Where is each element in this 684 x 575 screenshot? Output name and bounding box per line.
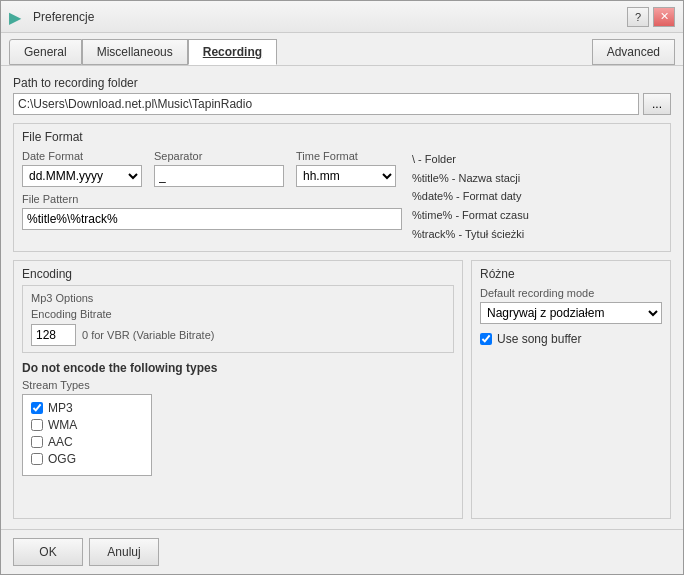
encoding-section: Encoding Mp3 Options Encoding Bitrate 0 …	[13, 260, 463, 519]
ogg-checkbox[interactable]	[31, 453, 43, 465]
tab-miscellaneous[interactable]: Miscellaneous	[82, 39, 188, 65]
separator-label: Separator	[154, 150, 284, 162]
ok-button[interactable]: OK	[13, 538, 83, 566]
song-buffer-row: Use song buffer	[480, 332, 662, 346]
aac-checkbox[interactable]	[31, 436, 43, 448]
date-format-select[interactable]: dd.MMM.yyyy dd.MM.yyyy yyyy-MM-dd	[22, 165, 142, 187]
date-format-label: Date Format	[22, 150, 142, 162]
bitrate-hint: 0 for VBR (Variable Bitrate)	[82, 329, 214, 341]
rozne-section: Różne Default recording mode Nagrywaj z …	[471, 260, 671, 519]
main-window: ▶ Preferencje ? ✕ General Miscellaneous …	[0, 0, 684, 575]
browse-button[interactable]: ...	[643, 93, 671, 115]
close-button[interactable]: ✕	[653, 7, 675, 27]
no-encode-section: Do not encode the following types Stream…	[22, 361, 454, 476]
content-area: Path to recording folder ... File Format…	[1, 66, 683, 529]
mp3-label[interactable]: MP3	[48, 401, 73, 415]
window-title: Preferencje	[33, 10, 94, 24]
rozne-title: Różne	[480, 267, 662, 281]
hint-3: %date% - Format daty	[412, 187, 662, 206]
hints-text: \ - Folder %title% - Nazwa stacji %date%…	[412, 150, 662, 243]
wma-label[interactable]: WMA	[48, 418, 77, 432]
format-row: Date Format dd.MMM.yyyy dd.MM.yyyy yyyy-…	[22, 150, 402, 187]
hints-col: \ - Folder %title% - Nazwa stacji %date%…	[402, 150, 662, 243]
bitrate-label: Encoding Bitrate	[31, 308, 112, 320]
time-format-group: Time Format hh.mm hh:mm HH.mm	[296, 150, 396, 187]
titlebar-left: ▶ Preferencje	[9, 8, 94, 26]
path-label: Path to recording folder	[13, 76, 671, 90]
song-buffer-label[interactable]: Use song buffer	[497, 332, 582, 346]
file-pattern-label: File Pattern	[22, 193, 402, 205]
tab-general[interactable]: General	[9, 39, 82, 65]
path-input[interactable]	[13, 93, 639, 115]
list-item: MP3	[31, 401, 143, 415]
file-format-title: File Format	[22, 130, 662, 144]
list-item: AAC	[31, 435, 143, 449]
titlebar: ▶ Preferencje ? ✕	[1, 1, 683, 33]
tabs-row: General Miscellaneous Recording Advanced	[1, 33, 683, 66]
bitrate-row: Encoding Bitrate	[31, 308, 445, 320]
time-format-label: Time Format	[296, 150, 396, 162]
aac-label[interactable]: AAC	[48, 435, 73, 449]
help-button[interactable]: ?	[627, 7, 649, 27]
mp3-options-group: Mp3 Options Encoding Bitrate 0 for VBR (…	[22, 285, 454, 353]
app-icon: ▶	[9, 8, 27, 26]
path-row: ...	[13, 93, 671, 115]
titlebar-controls: ? ✕	[627, 7, 675, 27]
hint-5: %track% - Tytuł ścieżki	[412, 225, 662, 244]
cancel-button[interactable]: Anuluj	[89, 538, 159, 566]
ogg-label[interactable]: OGG	[48, 452, 76, 466]
wma-checkbox[interactable]	[31, 419, 43, 431]
footer: OK Anuluj	[1, 529, 683, 574]
no-encode-title: Do not encode the following types	[22, 361, 454, 375]
bitrate-input[interactable]	[31, 324, 76, 346]
list-item: OGG	[31, 452, 143, 466]
time-format-select[interactable]: hh.mm hh:mm HH.mm	[296, 165, 396, 187]
hint-4: %time% - Format czasu	[412, 206, 662, 225]
list-item: WMA	[31, 418, 143, 432]
file-pattern-input[interactable]	[22, 208, 402, 230]
stream-types-box: MP3 WMA AAC OGG	[22, 394, 152, 476]
pattern-row: File Pattern	[22, 193, 402, 230]
recording-mode-label: Default recording mode	[480, 287, 662, 299]
separator-input[interactable]	[154, 165, 284, 187]
recording-mode-select[interactable]: Nagrywaj z podziałem Nagrywaj ciągłe	[480, 302, 662, 324]
path-section: Path to recording folder ...	[13, 76, 671, 115]
song-buffer-checkbox[interactable]	[480, 333, 492, 345]
mp3-checkbox[interactable]	[31, 402, 43, 414]
hint-2: %title% - Nazwa stacji	[412, 169, 662, 188]
file-format-section: File Format Date Format dd.MMM.yyyy dd.M…	[13, 123, 671, 252]
tab-advanced[interactable]: Advanced	[592, 39, 675, 65]
bitrate-input-row: 0 for VBR (Variable Bitrate)	[31, 324, 445, 346]
tab-recording[interactable]: Recording	[188, 39, 277, 65]
bottom-section: Encoding Mp3 Options Encoding Bitrate 0 …	[13, 260, 671, 519]
stream-types-label: Stream Types	[22, 379, 454, 391]
separator-group: Separator	[154, 150, 284, 187]
encoding-title: Encoding	[22, 267, 454, 281]
date-format-group: Date Format dd.MMM.yyyy dd.MM.yyyy yyyy-…	[22, 150, 142, 187]
hint-1: \ - Folder	[412, 150, 662, 169]
mp3-options-title: Mp3 Options	[31, 292, 445, 304]
